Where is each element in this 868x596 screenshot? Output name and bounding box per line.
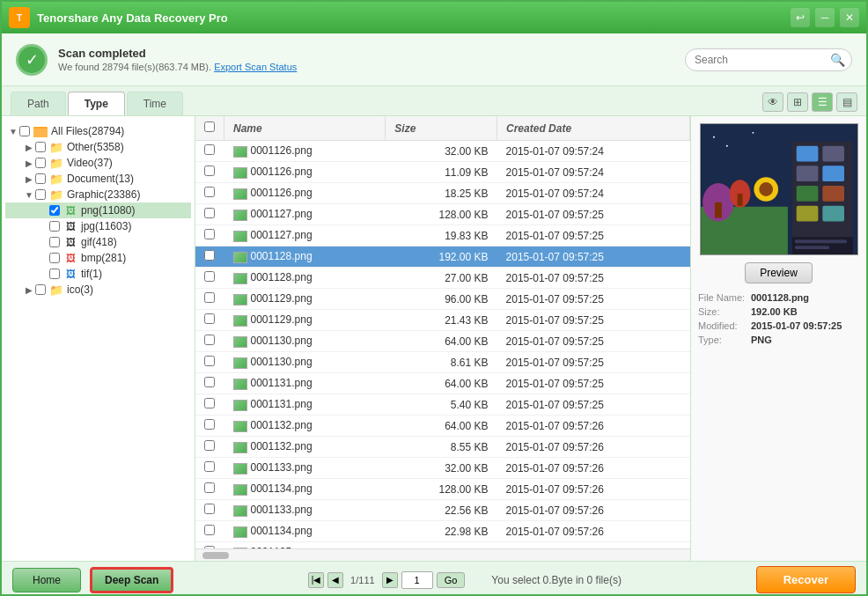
expand-ico[interactable]: ▶ <box>23 283 35 296</box>
cell-name: 0001126.png <box>224 162 386 183</box>
expand-other[interactable]: ▶ <box>23 141 35 153</box>
table-row[interactable]: 0001134.png128.00 KB2015-01-07 09:57:26 <box>195 479 690 500</box>
table-row[interactable]: 0001126.png11.09 KB2015-01-07 09:57:24 <box>195 162 690 183</box>
tree-item-tif[interactable]: ▶ 🖼 tif(1) <box>5 266 191 282</box>
expand-graphic[interactable]: ▼ <box>23 188 35 201</box>
table-row[interactable]: 0001130.png64.00 KB2015-01-07 09:57:25 <box>195 331 690 352</box>
hscroll-bar[interactable] <box>195 548 690 561</box>
cell-date: 2015-01-07 09:57:25 <box>497 310 690 331</box>
table-row[interactable]: 0001129.png96.00 KB2015-01-07 09:57:25 <box>195 289 690 310</box>
view-detail-btn[interactable]: ▤ <box>836 92 857 112</box>
close-btn[interactable]: ✕ <box>840 8 859 27</box>
check-document[interactable] <box>35 173 46 184</box>
check-all-files[interactable] <box>19 126 30 136</box>
search-box[interactable]: 🔍 <box>685 48 852 71</box>
check-bmp[interactable] <box>49 253 60 263</box>
label-gif: gif(418) <box>81 236 117 248</box>
row-checkbox[interactable] <box>204 229 215 239</box>
col-header-check[interactable] <box>195 116 224 141</box>
prev-page-btn[interactable]: ◀ <box>327 572 343 588</box>
row-checkbox[interactable] <box>204 482 215 493</box>
expand-document[interactable]: ▶ <box>23 173 35 185</box>
recover-button[interactable]: Recover <box>756 566 856 593</box>
tree-item-bmp[interactable]: ▶ 🖼 bmp(281) <box>5 250 191 266</box>
table-row[interactable]: 0001128.png192.00 KB2015-01-07 09:57:25 <box>195 246 690 268</box>
tree-item-document[interactable]: ▶ 📁 Document(13) <box>5 171 191 187</box>
check-png[interactable] <box>49 205 60 216</box>
search-input[interactable] <box>695 54 827 66</box>
table-row[interactable]: 0001134.png22.98 KB2015-01-07 09:57:26 <box>195 521 690 542</box>
check-graphic[interactable] <box>35 189 46 200</box>
tree-item-other[interactable]: ▶ 📁 Other(5358) <box>5 139 191 155</box>
table-row[interactable]: 0001133.png32.00 KB2015-01-07 09:57:26 <box>195 458 690 479</box>
row-checkbox[interactable] <box>204 313 215 324</box>
page-input[interactable] <box>401 571 433 589</box>
export-scan-link[interactable]: Export Scan Status <box>214 62 297 72</box>
tree-item-video[interactable]: ▶ 📁 Video(37) <box>5 155 191 171</box>
tab-path[interactable]: Path <box>11 92 66 115</box>
tab-time[interactable]: Time <box>127 92 183 115</box>
view-grid-btn[interactable]: ⊞ <box>787 92 808 112</box>
row-checkbox[interactable] <box>204 271 215 282</box>
table-row[interactable]: 0001128.png27.00 KB2015-01-07 09:57:25 <box>195 268 690 289</box>
minimize-btn[interactable]: ─ <box>815 8 835 27</box>
row-checkbox[interactable] <box>204 419 215 430</box>
tree-item-graphic[interactable]: ▼ 📁 Graphic(23386) <box>5 187 191 202</box>
row-checkbox[interactable] <box>204 377 215 387</box>
check-other[interactable] <box>35 142 46 152</box>
row-checkbox[interactable] <box>204 461 215 472</box>
check-all-header[interactable] <box>204 121 215 132</box>
row-checkbox[interactable] <box>204 208 215 218</box>
row-checkbox[interactable] <box>204 335 215 345</box>
tab-type[interactable]: Type <box>68 92 125 115</box>
row-checkbox[interactable] <box>204 166 215 176</box>
row-checkbox[interactable] <box>204 356 215 366</box>
row-checkbox[interactable] <box>204 398 215 408</box>
table-row[interactable]: 0001127.png19.83 KB2015-01-07 09:57:25 <box>195 225 690 246</box>
view-list-btn[interactable]: ☰ <box>812 92 833 112</box>
table-row[interactable]: 0001135.png96.00 KB2015-01-07 09:57:27 <box>195 542 690 549</box>
history-btn[interactable]: ↩ <box>791 8 810 27</box>
check-video[interactable] <box>35 158 46 168</box>
expand-video[interactable]: ▶ <box>23 157 35 169</box>
table-row[interactable]: 0001132.png8.55 KB2015-01-07 09:57:26 <box>195 437 690 458</box>
first-page-btn[interactable]: |◀ <box>308 572 324 588</box>
tree-item-ico[interactable]: ▶ 📁 ico(3) <box>5 282 191 298</box>
go-button[interactable]: Go <box>437 572 466 588</box>
check-tif[interactable] <box>49 269 60 279</box>
deep-scan-button[interactable]: Deep Scan <box>90 567 173 593</box>
home-button[interactable]: Home <box>12 568 81 592</box>
check-ico[interactable] <box>35 284 46 295</box>
table-row[interactable]: 0001129.png21.43 KB2015-01-07 09:57:25 <box>195 310 690 331</box>
tree-item-gif[interactable]: ▶ 🖼 gif(418) <box>5 234 191 250</box>
table-row[interactable]: 0001126.png32.00 KB2015-01-07 09:57:24 <box>195 141 690 162</box>
row-checkbox[interactable] <box>204 187 215 197</box>
table-row[interactable]: 0001133.png22.56 KB2015-01-07 09:57:26 <box>195 500 690 521</box>
row-checkbox[interactable] <box>204 504 215 514</box>
check-gif[interactable] <box>49 237 60 247</box>
row-checkbox[interactable] <box>204 440 215 451</box>
tree-item-all-files[interactable]: ▼ All Files(28794) <box>5 123 191 139</box>
hscroll-thumb[interactable] <box>202 552 229 559</box>
svg-text:T: T <box>17 13 22 23</box>
tree-item-png[interactable]: ▶ 🖼 png(11080) <box>5 202 191 218</box>
preview-button[interactable]: Preview <box>745 262 813 283</box>
cell-date: 2015-01-07 09:57:25 <box>497 394 690 416</box>
table-row[interactable]: 0001131.png64.00 KB2015-01-07 09:57:25 <box>195 373 690 394</box>
next-page-btn[interactable]: ▶ <box>382 572 398 588</box>
table-row[interactable]: 0001126.png18.25 KB2015-01-07 09:57:24 <box>195 183 690 204</box>
row-checkbox[interactable] <box>204 292 215 303</box>
col-header-name: Name <box>224 116 386 141</box>
view-eye-btn[interactable]: 👁 <box>762 92 783 112</box>
row-checkbox[interactable] <box>204 525 215 535</box>
cell-size: 192.00 KB <box>386 246 497 268</box>
row-checkbox[interactable] <box>204 250 215 261</box>
table-row[interactable]: 0001130.png8.61 KB2015-01-07 09:57:25 <box>195 352 690 373</box>
check-jpg[interactable] <box>49 221 60 232</box>
table-row[interactable]: 0001132.png64.00 KB2015-01-07 09:57:26 <box>195 416 690 437</box>
table-row[interactable]: 0001127.png128.00 KB2015-01-07 09:57:25 <box>195 204 690 225</box>
table-row[interactable]: 0001131.png5.40 KB2015-01-07 09:57:25 <box>195 394 690 416</box>
tree-item-jpg[interactable]: ▶ 🖼 jpg(11603) <box>5 218 191 234</box>
expand-all-files[interactable]: ▼ <box>7 125 19 137</box>
row-checkbox[interactable] <box>204 144 215 155</box>
